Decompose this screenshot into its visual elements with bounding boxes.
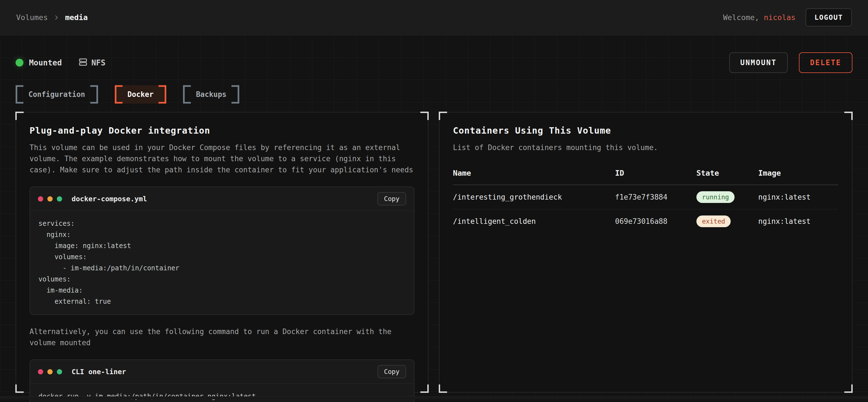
logout-button[interactable]: LOGOUT [806,8,852,27]
copy-cli-button[interactable]: Copy [377,365,406,378]
window-minimize-icon [48,196,53,202]
volume-tabs: Configuration Docker Backups [16,85,852,104]
status-badge: exited [696,215,731,227]
column-header-state: State [696,169,758,177]
containers-panel-subtitle: List of Docker containers mounting this … [453,142,838,153]
server-icon [79,58,88,68]
bottom-edge-strip [0,396,868,399]
container-image: nginx:latest [758,193,838,201]
window-maximize-icon [57,369,62,374]
mounted-status-label: Mounted [29,58,62,67]
tab-docker-label: Docker [128,90,154,99]
main-content: Mounted NFS UNMOUNT DELETE Configuration [0,35,868,399]
column-header-name: Name [453,169,615,177]
mounted-status-dot [16,59,23,67]
docker-panel-title: Plug-and-play Docker integration [30,125,414,136]
breadcrumb-volumes-link[interactable]: Volumes [16,13,48,22]
volume-driver-label: NFS [91,58,105,67]
container-id: f1e73e7f3884 [615,193,696,201]
containers-panel-title: Containers Using This Volume [453,125,838,136]
panel-corner-bracket [420,112,429,120]
container-image: nginx:latest [758,217,838,226]
container-id: 069e73016a88 [615,217,696,226]
unmount-button[interactable]: UNMOUNT [729,52,788,73]
table-row: /intelligent_colden 069e73016a88 exited … [453,209,838,233]
panel-corner-bracket [420,384,429,393]
panel-corner-bracket [439,384,447,393]
tab-configuration[interactable]: Configuration [16,85,98,104]
containers-panel: Containers Using This Volume List of Doc… [439,112,852,393]
window-minimize-icon [48,369,53,374]
panel-corner-bracket [15,384,24,393]
tab-backups[interactable]: Backups [183,85,239,104]
cli-block-title: CLI one-liner [71,368,126,376]
column-header-id: ID [615,169,696,177]
window-close-icon [38,196,43,202]
container-name: /intelligent_colden [453,217,615,226]
containers-table: Name ID State Image /interesting_grothen… [453,169,838,233]
compose-code: services: nginx: image: nginx:latest vol… [30,210,414,314]
window-close-icon [38,369,43,374]
table-row: /interesting_grothendieck f1e73e7f3884 r… [453,185,838,209]
copy-compose-button[interactable]: Copy [377,192,406,205]
containers-table-header: Name ID State Image [453,169,838,185]
delete-button[interactable]: DELETE [799,52,852,73]
chevron-right-icon [53,14,60,21]
compose-filename: docker-compose.yml [71,195,147,203]
tab-configuration-label: Configuration [28,90,85,99]
status-badge: running [696,191,735,203]
breadcrumb: Volumes media [16,13,88,22]
window-maximize-icon [57,196,62,202]
container-name: /interesting_grothendieck [453,193,615,201]
username: nicolas [764,13,796,22]
compose-code-block: docker-compose.yml Copy services: nginx:… [30,187,414,315]
panel-corner-bracket [844,112,853,120]
column-header-image: Image [758,169,838,177]
docker-integration-panel: Plug-and-play Docker integration This vo… [16,112,428,393]
window-control-icons [38,369,62,374]
window-control-icons [38,196,62,202]
volume-status-bar: Mounted NFS UNMOUNT DELETE [16,35,852,73]
cli-intro-text: Alternatively, you can use the following… [30,326,414,348]
panel-corner-bracket [844,384,853,393]
panel-corner-bracket [439,112,447,120]
docker-panel-description: This volume can be used in your Docker C… [30,142,414,175]
panel-corner-bracket [15,112,24,120]
top-bar: Volumes media Welcome, nicolas LOGOUT [0,0,868,35]
cli-code-block: CLI one-liner Copy docker run -v im-medi… [30,359,414,402]
breadcrumb-current-volume: media [65,13,88,22]
tab-backups-label: Backups [196,90,226,99]
tab-docker[interactable]: Docker [115,85,166,104]
welcome-text: Welcome, nicolas [723,13,796,22]
